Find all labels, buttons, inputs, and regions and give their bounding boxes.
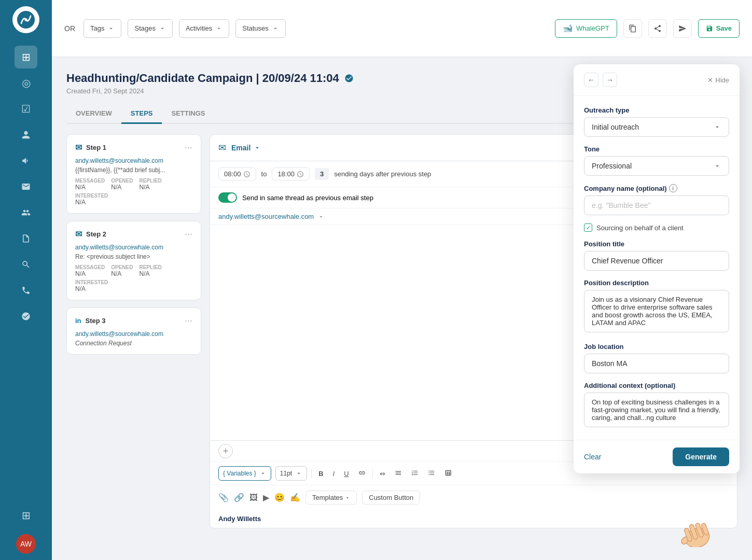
step-3-menu[interactable]: ···	[185, 315, 192, 326]
position-description-textarea[interactable]: Join us as a visionary Chief Revenue Off…	[584, 290, 729, 332]
whalegpt-button[interactable]: 🐋 WhaleGPT	[555, 19, 617, 38]
clear-button[interactable]: Clear	[584, 453, 601, 461]
align-button[interactable]	[392, 468, 405, 480]
editor-actions: 📎 🔗 🖼 ▶ 😊 ✍ Templates Custom Button	[210, 485, 737, 510]
position-title-label: Position title	[584, 240, 729, 248]
tab-steps[interactable]: STEPS	[121, 104, 162, 124]
table-button[interactable]	[442, 468, 454, 480]
position-title-input[interactable]	[584, 251, 729, 271]
add-button[interactable]: +	[218, 444, 233, 458]
company-name-info-icon: i	[669, 184, 677, 192]
step-2-stats: MESSAGED N/A OPENED N/A REPLIED N/A	[75, 264, 192, 277]
user-avatar[interactable]: AW	[16, 534, 36, 554]
attachment-icon[interactable]: 📎	[218, 493, 229, 502]
time-from-field[interactable]: 08:00	[218, 167, 256, 180]
sidebar-item-grid[interactable]: ⊞	[15, 504, 37, 527]
step-2-subject: Re: <previous subject line>	[75, 253, 192, 260]
templates-button[interactable]: Templates	[305, 491, 357, 505]
send-icon-btn[interactable]	[673, 19, 692, 38]
sidebar-item-contacts[interactable]	[15, 123, 37, 146]
sidebar-item-account-settings[interactable]	[15, 305, 37, 328]
tone-label: Tone	[584, 145, 729, 153]
image-icon[interactable]: 🖼	[249, 493, 258, 502]
time-to-field[interactable]: 18:00	[272, 167, 310, 180]
step-1-subject: {{firstName}}, {{**add brief subj...	[75, 166, 192, 174]
days-label: sending days after previous step	[334, 170, 431, 178]
step-1-stats: MESSAGED N/A OPENED N/A REPLIED N/A	[75, 178, 192, 191]
sender-name: Andy Willetts	[210, 510, 737, 528]
svg-point-1	[24, 18, 27, 21]
activities-dropdown[interactable]: Activities	[179, 19, 229, 38]
panel-back-button[interactable]: ←	[584, 73, 598, 87]
sidebar-item-analytics[interactable]: ◎	[15, 72, 37, 94]
email-step-icon-2: ✉	[75, 229, 82, 239]
step-2-label: Step 2	[86, 230, 106, 238]
variables-dropdown[interactable]: { Variables }	[218, 466, 271, 481]
linkedin-step-icon-3: in	[75, 317, 81, 325]
font-size-dropdown[interactable]: 11pt	[275, 466, 307, 481]
sidebar-item-team[interactable]	[15, 201, 37, 224]
days-count-badge: 3	[315, 168, 329, 180]
sidebar-item-inbox[interactable]	[15, 175, 37, 198]
list-bullet-button[interactable]	[425, 468, 438, 480]
company-name-input[interactable]	[584, 195, 729, 215]
job-location-input[interactable]	[584, 354, 729, 373]
step-2-email: andy.willetts@sourcewhale.com	[75, 244, 192, 251]
sidebar-item-campaigns[interactable]	[15, 149, 37, 172]
custom-button-btn[interactable]: Custom Button	[362, 491, 420, 505]
tags-dropdown[interactable]: Tags	[83, 19, 121, 38]
position-description-label: Position description	[584, 279, 729, 287]
thread-toggle[interactable]	[218, 192, 237, 203]
tab-overview[interactable]: OVERVIEW	[66, 104, 121, 124]
emoji-icon[interactable]: 😊	[274, 493, 285, 502]
tone-dropdown[interactable]: Professional	[584, 156, 729, 176]
email-step-icon-1: ✉	[75, 143, 82, 152]
checkbox-check-icon: ✓	[586, 225, 591, 231]
tab-settings[interactable]: SETTINGS	[162, 104, 214, 124]
save-button[interactable]: Save	[698, 19, 740, 38]
step-card-2[interactable]: ✉ Step 2 ··· andy.willetts@sourcewhale.c…	[66, 221, 201, 300]
step-card-3[interactable]: in Step 3 ··· andy.willetts@sourcewhale.…	[66, 307, 201, 355]
panel-hide-button[interactable]: ✕ Hide	[707, 76, 729, 84]
bold-button[interactable]: B	[316, 468, 326, 479]
signature-icon[interactable]: ✍	[290, 493, 300, 502]
sidebar-item-tasks[interactable]: ☑	[15, 97, 37, 120]
outreach-type-dropdown[interactable]: Initial outreach	[584, 117, 729, 137]
step-card-1[interactable]: ✉ Step 1 ··· andy.willetts@sourcewhale.c…	[66, 134, 201, 214]
company-name-field: Company name (optional) i	[584, 184, 729, 215]
panel-footer: Clear Generate	[574, 440, 740, 473]
sourcing-checkbox-row: ✓ Sourcing on behalf of a client	[584, 223, 729, 232]
additional-context-textarea[interactable]: On top of exciting business challenges i…	[584, 393, 729, 427]
sidebar-item-search[interactable]	[15, 253, 37, 276]
step-3-label: Step 3	[86, 317, 106, 325]
panel-navigation: ← →	[584, 73, 617, 87]
step-3-subject: Connection Request	[75, 340, 192, 347]
italic-button[interactable]: I	[330, 468, 338, 479]
sidebar-item-files[interactable]	[15, 227, 37, 250]
copy-icon-btn[interactable]	[623, 19, 642, 38]
video-icon[interactable]: ▶	[263, 493, 269, 502]
sidebar-item-dashboard[interactable]: ⊞	[15, 46, 37, 68]
stages-dropdown[interactable]: Stages	[128, 19, 172, 38]
step-2-menu[interactable]: ···	[185, 229, 192, 240]
or-label: OR	[64, 24, 75, 33]
company-name-label: Company name (optional) i	[584, 184, 729, 192]
additional-context-field: Additional context (optional) On top of …	[584, 382, 729, 429]
email-type-dropdown[interactable]: Email	[231, 144, 261, 152]
statuses-dropdown[interactable]: Statuses	[235, 19, 286, 38]
panel-forward-button[interactable]: →	[603, 73, 617, 87]
share-icon-btn[interactable]	[648, 19, 667, 38]
sourcing-checkbox[interactable]: ✓	[584, 223, 592, 232]
list-ordered-button[interactable]	[409, 468, 421, 480]
logo[interactable]	[12, 6, 39, 33]
link-button[interactable]	[356, 468, 368, 480]
link-action-icon[interactable]: 🔗	[234, 493, 244, 502]
underline-button[interactable]: U	[341, 468, 351, 479]
generate-button[interactable]: Generate	[673, 447, 729, 466]
sourcing-label: Sourcing on behalf of a client	[596, 224, 684, 232]
job-location-field: Job location	[584, 343, 729, 373]
step-1-menu[interactable]: ···	[185, 142, 192, 153]
step-1-email: andy.willetts@sourcewhale.com	[75, 157, 192, 164]
columns-button[interactable]: ⇔	[377, 468, 388, 479]
sidebar-item-phone[interactable]	[15, 279, 37, 302]
